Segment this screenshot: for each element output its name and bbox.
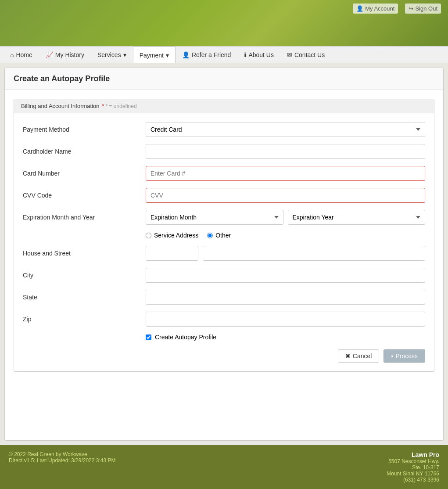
form-container: Billing and Account Information * * = un… xyxy=(5,90,443,381)
cancel-icon: ✖ xyxy=(345,352,351,360)
header: 👤 My Account ↪ Sign Out xyxy=(0,0,448,46)
footer-company: Lawn Pro xyxy=(387,451,439,458)
city-input[interactable] xyxy=(146,268,425,283)
navbar: ⌂ Home 📈 My History Services ▾ Payment ▾… xyxy=(0,46,448,63)
footer-address-line3: Mount Sinai NY 11766 xyxy=(387,471,439,477)
my-account-label: My Account xyxy=(365,5,394,12)
contact-icon: ✉ xyxy=(287,51,292,58)
buttons-row: ✖ Cancel ▪ Process xyxy=(23,349,425,363)
nav-about-label: About Us xyxy=(248,51,274,58)
process-icon: ▪ xyxy=(391,352,393,360)
section-title-text: Billing and Account Information xyxy=(21,103,100,109)
expiry-row: Expiration Month and Year Expiration Mon… xyxy=(23,210,425,225)
refer-icon: 👤 xyxy=(182,51,190,58)
footer-phone: (631) 473-3396 xyxy=(387,477,439,483)
create-autopay-row: Create Autopay Profile xyxy=(23,334,425,341)
footer-copyright: © 2022 Real Green by Workwave xyxy=(9,451,115,457)
form-section: Billing and Account Information * * = un… xyxy=(14,99,434,372)
cancel-label: Cancel xyxy=(353,352,372,360)
footer-address-line1: 5507 Nesconset Hwy. xyxy=(387,458,439,464)
cvv-label: CVV Code xyxy=(23,192,146,199)
cvv-row: CVV Code xyxy=(23,188,425,203)
card-number-row: Card Number xyxy=(23,166,425,181)
expiry-month-select[interactable]: Expiration Month 010203 040506 070809 10… xyxy=(146,210,283,225)
sign-out-link[interactable]: ↪ Sign Out xyxy=(405,4,441,14)
nav-home[interactable]: ⌂ Home xyxy=(4,47,39,63)
nav-services[interactable]: Services ▾ xyxy=(91,47,133,63)
payment-method-label: Payment Method xyxy=(23,126,146,133)
zip-input[interactable] xyxy=(146,312,425,327)
user-icon: 👤 xyxy=(356,5,363,12)
nav-my-history-label: My History xyxy=(55,51,84,58)
nav-payment-label: Payment xyxy=(140,52,164,59)
service-address-option[interactable]: Service Address xyxy=(146,232,198,239)
expiry-label: Expiration Month and Year xyxy=(23,214,146,221)
expiry-selects: Expiration Month 010203 040506 070809 10… xyxy=(146,210,425,225)
process-button[interactable]: ▪ Process xyxy=(383,349,425,363)
required-legend: * * = undefined xyxy=(102,103,137,109)
nav-my-history[interactable]: 📈 My History xyxy=(39,47,91,63)
header-top-bar: 👤 My Account ↪ Sign Out xyxy=(346,0,448,17)
card-number-input[interactable] xyxy=(146,166,425,181)
state-row: State xyxy=(23,290,425,305)
service-address-label: Service Address xyxy=(154,232,198,239)
cardholder-name-input[interactable] xyxy=(146,144,425,159)
nav-home-label: Home xyxy=(16,51,32,58)
service-address-radio[interactable] xyxy=(146,233,151,238)
form-section-title: Billing and Account Information * * = un… xyxy=(14,99,434,113)
house-street-label: House and Street xyxy=(23,250,146,257)
create-autopay-checkbox[interactable] xyxy=(146,334,151,340)
sign-out-label: Sign Out xyxy=(415,5,437,12)
history-icon: 📈 xyxy=(46,51,53,58)
cancel-button[interactable]: ✖ Cancel xyxy=(338,349,380,363)
nav-about-us[interactable]: ℹ About Us xyxy=(237,47,280,63)
city-label: City xyxy=(23,272,146,279)
nav-services-label: Services xyxy=(97,51,121,58)
nav-contact-label: Contact Us xyxy=(294,51,325,58)
zip-row: Zip xyxy=(23,312,425,327)
state-label: State xyxy=(23,294,146,301)
address-type-row: Service Address Other xyxy=(23,232,425,239)
footer-version: Direct v1.5: Last Updated: 3/29/2022 3:4… xyxy=(9,457,115,464)
sign-out-icon: ↪ xyxy=(409,5,413,12)
zip-label: Zip xyxy=(23,316,146,323)
nav-refer-a-friend[interactable]: 👤 Refer a Friend xyxy=(176,47,237,63)
state-input[interactable] xyxy=(146,290,425,305)
house-number-input[interactable] xyxy=(146,246,198,261)
payment-chevron-icon: ▾ xyxy=(166,52,169,59)
cardholder-name-label: Cardholder Name xyxy=(23,148,146,155)
nav-contact-us[interactable]: ✉ Contact Us xyxy=(280,47,331,63)
card-number-label: Card Number xyxy=(23,170,146,177)
main-content: Create an Autopay Profile Billing and Ac… xyxy=(4,68,444,441)
footer-left: © 2022 Real Green by Workwave Direct v1.… xyxy=(9,451,115,464)
other-address-label: Other xyxy=(215,232,231,239)
payment-method-select[interactable]: Credit Card Check ACH xyxy=(146,122,425,137)
street-input[interactable] xyxy=(203,246,425,261)
services-chevron-icon: ▾ xyxy=(123,51,126,58)
page-title: Create an Autopay Profile xyxy=(5,68,443,90)
footer: © 2022 Real Green by Workwave Direct v1.… xyxy=(0,445,448,489)
my-account-link[interactable]: 👤 My Account xyxy=(353,4,398,14)
footer-address-line2: Ste. 10-317 xyxy=(387,464,439,471)
expiry-year-select[interactable]: Expiration Year 202220232024 20252026202… xyxy=(288,210,426,225)
process-label: Process xyxy=(395,352,418,360)
payment-method-row: Payment Method Credit Card Check ACH xyxy=(23,122,425,137)
nav-refer-label: Refer a Friend xyxy=(192,51,231,58)
cvv-input[interactable] xyxy=(146,188,425,203)
footer-right: Lawn Pro 5507 Nesconset Hwy. Ste. 10-317… xyxy=(387,451,439,483)
about-icon: ℹ xyxy=(244,51,246,58)
cardholder-name-row: Cardholder Name xyxy=(23,144,425,159)
house-street-inputs xyxy=(146,246,425,261)
house-street-row: House and Street xyxy=(23,246,425,261)
create-autopay-label[interactable]: Create Autopay Profile xyxy=(155,334,216,341)
home-icon: ⌂ xyxy=(10,51,14,58)
other-address-option[interactable]: Other xyxy=(207,232,231,239)
city-row: City xyxy=(23,268,425,283)
other-address-radio[interactable] xyxy=(207,233,213,238)
nav-payment[interactable]: Payment ▾ xyxy=(133,47,176,63)
